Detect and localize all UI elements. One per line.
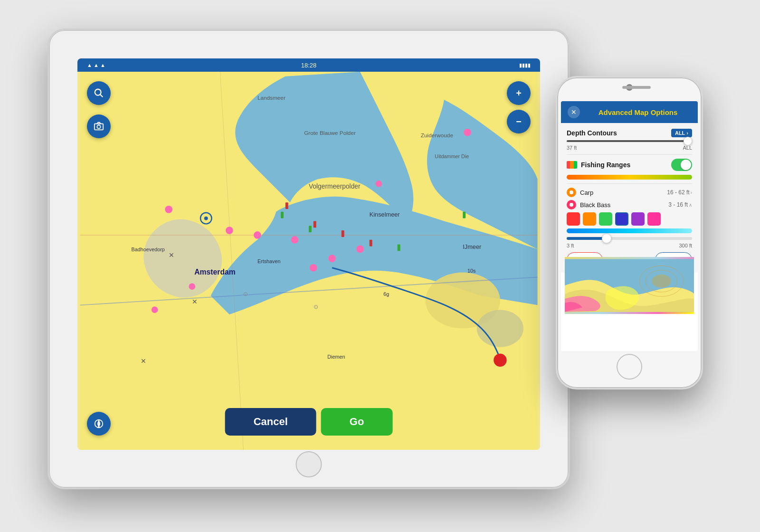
fishing-ranges-icon (567, 161, 577, 169)
range-slider-labels: 3 ft 300 ft (567, 243, 692, 248)
svg-point-7 (226, 227, 233, 234)
svg-point-10 (310, 264, 317, 272)
tablet-home-button[interactable] (296, 451, 322, 477)
phone-screen: ✕ Advanced Map Options Depth Contours AL… (561, 101, 698, 351)
scene: ▲ ▲ ▲ 18:28 ▮▮▮▮ (48, 28, 712, 504)
svg-point-13 (189, 283, 195, 290)
zoom-out-button[interactable]: − (507, 110, 531, 133)
camera-button[interactable] (87, 114, 111, 138)
svg-text:6g: 6g (383, 291, 389, 297)
close-button[interactable]: ✕ (568, 106, 580, 118)
fishing-ranges-left: Fishing Ranges (567, 161, 630, 169)
swatch-pink[interactable] (647, 212, 661, 226)
status-time: 18:28 (301, 62, 317, 69)
svg-text:⊙: ⊙ (243, 291, 248, 297)
svg-rect-24 (463, 212, 466, 218)
go-button[interactable]: Go (321, 408, 393, 436)
cancel-button[interactable]: Cancel (225, 408, 316, 436)
black-bass-chevron: ∧ (689, 202, 692, 208)
phone-panel-content: Depth Contours ALL › 37 ft ALL (561, 123, 698, 273)
depth-contours-label: Depth Contours (567, 129, 617, 137)
compass-button[interactable] (87, 412, 111, 436)
phone-header: ✕ Advanced Map Options (561, 101, 698, 123)
swatch-blue[interactable] (615, 212, 628, 226)
svg-point-58 (652, 275, 671, 288)
svg-point-6 (165, 206, 172, 213)
fishing-ranges-color-bar (567, 175, 692, 180)
carp-name: Carp (580, 189, 593, 196)
black-bass-left: Black Bass (567, 200, 610, 209)
svg-point-12 (356, 246, 364, 253)
tablet-status-bar: ▲ ▲ ▲ 18:28 ▮▮▮▮ (77, 58, 540, 72)
tablet-screen: ▲ ▲ ▲ 18:28 ▮▮▮▮ (77, 58, 540, 450)
depth-contours-labels: 37 ft ALL (567, 145, 692, 151)
svg-point-9 (291, 236, 299, 244)
map-navigation-buttons: Cancel Go (225, 408, 393, 436)
swatch-green[interactable] (599, 212, 612, 226)
black-bass-icon (567, 200, 576, 209)
svg-marker-51 (98, 420, 100, 424)
svg-rect-18 (314, 221, 316, 228)
black-bass-range[interactable]: 3 - 16 ft ∧ (668, 201, 692, 208)
svg-rect-19 (342, 230, 344, 237)
swatch-red[interactable] (567, 212, 580, 226)
phone-speaker (622, 86, 651, 89)
svg-point-15 (376, 180, 382, 187)
fishing-ranges-toggle[interactable] (671, 159, 692, 171)
svg-text:✕: ✕ (141, 358, 146, 365)
depth-contours-row: Depth Contours ALL › (567, 129, 692, 137)
divider-2 (567, 183, 692, 184)
svg-point-8 (254, 231, 261, 239)
svg-point-40 (204, 217, 208, 220)
svg-text:✕: ✕ (192, 298, 198, 305)
color-swatches (567, 212, 692, 226)
toggle-knob (681, 160, 691, 170)
zoom-in-button[interactable]: + (507, 81, 531, 105)
svg-text:Diemen: Diemen (327, 354, 345, 360)
svg-point-11 (328, 255, 336, 262)
tablet-device: ▲ ▲ ▲ 18:28 ▮▮▮▮ (48, 28, 570, 489)
battery-indicator: ▮▮▮▮ (519, 62, 531, 68)
svg-marker-52 (98, 424, 100, 428)
svg-text:Kinselmeer: Kinselmeer (370, 211, 400, 218)
range-color-bar (567, 228, 692, 233)
svg-point-16 (464, 129, 471, 136)
svg-rect-21 (281, 212, 284, 218)
carp-range[interactable]: 16 - 62 ft › (667, 189, 692, 196)
svg-text:⊙: ⊙ (314, 304, 318, 310)
svg-point-14 (152, 306, 158, 313)
svg-rect-22 (309, 226, 312, 232)
svg-point-53 (570, 190, 573, 194)
carp-left: Carp (567, 188, 593, 197)
carp-icon (567, 188, 576, 197)
black-bass-name: Black Bass (580, 201, 610, 209)
svg-text:IJmeer: IJmeer (463, 243, 482, 250)
svg-point-25 (494, 354, 507, 367)
svg-line-47 (100, 95, 103, 97)
black-bass-row: Black Bass 3 - 16 ft ∧ (567, 200, 692, 209)
svg-rect-17 (285, 202, 288, 209)
phone-device: ✕ Advanced Map Options Depth Contours AL… (556, 76, 703, 390)
all-badge[interactable]: ALL › (671, 129, 692, 137)
map-canvas: Volgermeerpolder Zuiderwoude Uitdammer D… (77, 72, 540, 450)
svg-point-2 (477, 310, 523, 347)
svg-rect-20 (370, 240, 372, 247)
svg-text:10s: 10s (467, 268, 476, 274)
carp-row: Carp 16 - 62 ft › (567, 188, 692, 197)
range-slider[interactable] (567, 237, 692, 240)
swatch-purple[interactable] (631, 212, 645, 226)
svg-text:Volgermeerpolder: Volgermeerpolder (309, 183, 361, 190)
svg-point-54 (570, 203, 573, 207)
fishing-ranges-label: Fishing Ranges (581, 161, 630, 169)
svg-text:Uitdammer Die: Uitdammer Die (435, 153, 469, 159)
svg-text:Grote Blauwe Polder: Grote Blauwe Polder (304, 130, 356, 136)
carp-chevron: › (691, 190, 692, 195)
wifi-indicator: ▲ ▲ ▲ (87, 62, 105, 68)
depth-contours-slider[interactable] (567, 140, 692, 142)
search-button[interactable] (87, 81, 111, 105)
svg-point-46 (95, 89, 101, 95)
swatch-orange[interactable] (583, 212, 596, 226)
divider-1 (567, 154, 692, 155)
svg-rect-23 (398, 245, 400, 251)
panel-title: Advanced Map Options (585, 108, 691, 116)
